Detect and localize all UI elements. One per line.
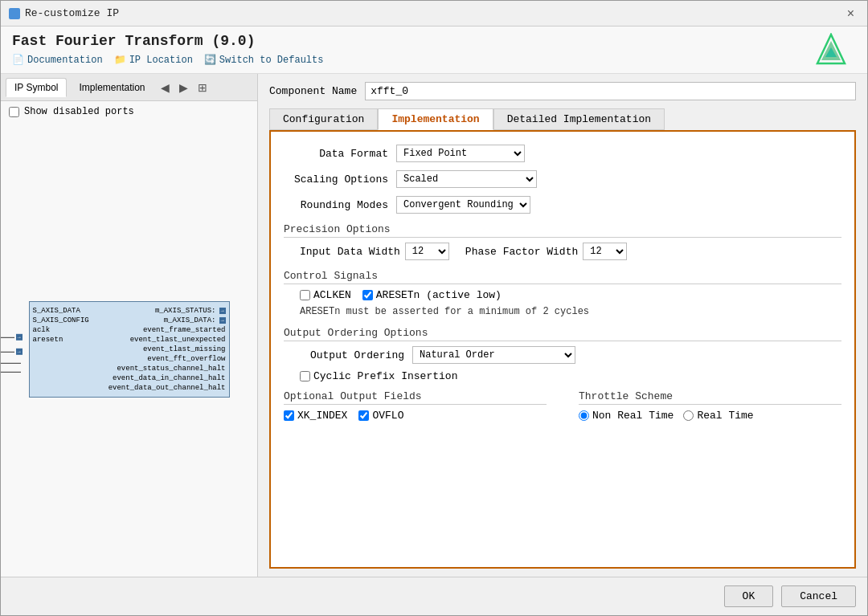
tab-ip-symbol[interactable]: IP Symbol — [6, 78, 67, 97]
logo — [814, 33, 848, 70]
aresetn-checkbox[interactable] — [362, 290, 373, 300]
two-col-section: Optional Output Fields XK_INDEX OVFLO — [284, 390, 841, 422]
ovflo-label[interactable]: OVFLO — [358, 410, 403, 422]
cyclic-prefix-row: Cyclic Prefix Insertion — [300, 370, 841, 382]
tab-detailed-implementation[interactable]: Detailed Implementation — [493, 108, 665, 130]
cyclic-prefix-label[interactable]: Cyclic Prefix Insertion — [300, 370, 457, 382]
nav-next[interactable]: ▶ — [176, 80, 191, 96]
close-button[interactable]: × — [842, 5, 859, 22]
diag-event-fft-overflow: event_fft_overflow — [108, 355, 226, 363]
cancel-button[interactable]: Cancel — [781, 585, 856, 607]
output-ordering-label: Output Ordering — [300, 349, 404, 361]
symbol-diagram-area: → → — [1, 122, 257, 577]
component-name-label: Component Name — [269, 85, 357, 97]
left-port-s-axis-data: → — [1, 334, 23, 341]
toolbar-documentation[interactable]: 📄 Documentation — [12, 54, 103, 66]
refresh-icon: 🔄 — [204, 54, 216, 66]
right-tab-row: Configuration Implementation Detailed Im… — [269, 108, 856, 130]
diag-s-axis-data: S_AXIS_DATA — [33, 307, 89, 315]
output-ordering-select[interactable]: Natural Order Bit/Digit Reversed Order — [412, 346, 575, 364]
aclken-label[interactable]: ACLKEN — [300, 289, 351, 301]
show-disabled-checkbox[interactable] — [9, 107, 19, 117]
diag-aclk: aclk — [33, 326, 89, 334]
scaling-options-select[interactable]: Scaled Unscaled Block Floating Point — [396, 170, 537, 188]
show-disabled-row: Show disabled ports — [1, 101, 257, 122]
diag-event-data-out-halt: event_data_out_channel_halt — [108, 384, 226, 392]
toolbar-ip-location[interactable]: 📁 IP Location — [114, 54, 193, 66]
left-port-aresetn — [1, 372, 23, 373]
tab-configuration[interactable]: Configuration — [269, 108, 378, 130]
title-bar: Re-customize IP × — [1, 1, 867, 27]
left-panel: IP Symbol Implementation ◀ ▶ ⊞ Show disa… — [1, 74, 258, 577]
optional-output-fields-title: Optional Output Fields — [284, 390, 547, 405]
app-header: Fast Fourier Transform (9.0) 📄 Documenta… — [1, 27, 867, 74]
tab-implementation-right[interactable]: Implementation — [378, 108, 493, 130]
diag-s-axis-config: S_AXIS_CONFIG — [33, 316, 89, 324]
data-format-label: Data Format — [284, 148, 388, 160]
optional-fields-row: XK_INDEX OVFLO — [284, 410, 547, 422]
left-port-s-axis-config: → — [1, 349, 23, 355]
toolbar-switch-defaults[interactable]: 🔄 Switch to Defaults — [204, 54, 324, 66]
ip-symbol-box: S_AXIS_DATA S_AXIS_CONFIG aclk aresetn — [29, 301, 230, 398]
phase-factor-width-label: Phase Factor Width — [465, 246, 578, 258]
real-time-label[interactable]: Real Time — [683, 410, 753, 422]
throttle-radio-row: Non Real Time Real Time — [579, 410, 841, 422]
aclken-checkbox[interactable] — [300, 290, 310, 300]
xk-index-checkbox[interactable] — [284, 410, 294, 421]
cyclic-prefix-checkbox[interactable] — [300, 371, 310, 381]
folder-icon: 📁 — [114, 54, 126, 66]
control-signals-section: Control Signals — [284, 270, 841, 284]
implementation-content: Data Format Fixed Point Floating Point S… — [269, 130, 856, 569]
main-window: Re-customize IP × Fast Fourier Transform… — [0, 0, 868, 616]
diag-event-tlast-unex: event_tlast_unexpected — [108, 336, 226, 344]
right-panel: Component Name Configuration Implementat… — [258, 74, 867, 577]
tab-implementation-left[interactable]: Implementation — [70, 78, 154, 97]
diag-event-frame-started: event_frame_started — [108, 326, 226, 334]
left-port-aclk — [1, 363, 23, 364]
component-name-input[interactable] — [365, 82, 856, 100]
window-title: Re-customize IP — [25, 7, 119, 19]
diag-event-status-halt: event_status_channel_halt — [108, 365, 226, 373]
rounding-modes-select[interactable]: Convergent Rounding Truncation — [396, 196, 530, 214]
input-data-width-label: Input Data Width — [300, 246, 400, 258]
phase-factor-width-select[interactable]: 8 12 16 24 32 — [583, 243, 627, 260]
show-disabled-label[interactable]: Show disabled ports — [24, 106, 134, 117]
diag-event-tlast-miss: event_tlast_missing — [108, 345, 226, 353]
diag-m-axis-data: m_AXIS_DATA: → — [108, 316, 226, 324]
non-real-time-radio[interactable] — [579, 410, 589, 421]
output-ordering-row: Output Ordering Natural Order Bit/Digit … — [300, 346, 841, 364]
non-real-time-label[interactable]: Non Real Time — [579, 410, 674, 422]
aresetn-label[interactable]: ARESETn (active low) — [362, 289, 502, 301]
nav-prev[interactable]: ◀ — [158, 80, 173, 96]
nav-menu[interactable]: ⊞ — [194, 80, 211, 96]
data-format-select[interactable]: Fixed Point Floating Point — [396, 145, 525, 162]
phase-factor-width-item: Phase Factor Width 8 12 16 24 32 — [465, 243, 627, 260]
rounding-modes-row: Rounding Modes Convergent Rounding Trunc… — [284, 196, 841, 214]
throttle-scheme-title: Throttle Scheme — [579, 390, 841, 405]
xk-index-label[interactable]: XK_INDEX — [284, 410, 347, 422]
ovflo-checkbox[interactable] — [358, 410, 369, 421]
precision-options-section: Precision Options — [284, 223, 841, 238]
input-data-width-item: Input Data Width 8 12 16 24 32 — [300, 243, 449, 260]
diag-aresetn: aresetn — [33, 336, 89, 344]
diag-event-data-in-halt: event_data_in_channel_halt — [108, 374, 226, 382]
doc-icon: 📄 — [12, 54, 24, 66]
optional-output-fields-section: Optional Output Fields XK_INDEX OVFLO — [284, 390, 547, 422]
input-data-width-select[interactable]: 8 12 16 24 32 — [405, 243, 449, 260]
window-icon — [9, 8, 20, 19]
ok-button[interactable]: OK — [724, 585, 774, 607]
bottom-bar: OK Cancel — [1, 577, 867, 615]
component-name-row: Component Name — [269, 82, 856, 100]
app-title: Fast Fourier Transform (9.0) — [12, 33, 323, 49]
aresetn-note: ARESETn must be asserted for a minimum o… — [300, 306, 841, 317]
data-format-row: Data Format Fixed Point Floating Point — [284, 145, 841, 162]
main-content: IP Symbol Implementation ◀ ▶ ⊞ Show disa… — [1, 74, 867, 577]
real-time-radio[interactable] — [683, 410, 694, 421]
diag-m-axis-status: m_AXIS_STATUS: → — [108, 307, 226, 315]
toolbar: 📄 Documentation 📁 IP Location 🔄 Switch t… — [12, 54, 323, 66]
output-ordering-section: Output Ordering Options — [284, 327, 841, 341]
left-tab-row: IP Symbol Implementation ◀ ▶ ⊞ — [1, 74, 257, 101]
rounding-modes-label: Rounding Modes — [284, 199, 388, 211]
precision-row: Input Data Width 8 12 16 24 32 Phase Fac… — [300, 243, 841, 260]
throttle-scheme-section: Throttle Scheme Non Real Time Real Time — [579, 390, 841, 422]
